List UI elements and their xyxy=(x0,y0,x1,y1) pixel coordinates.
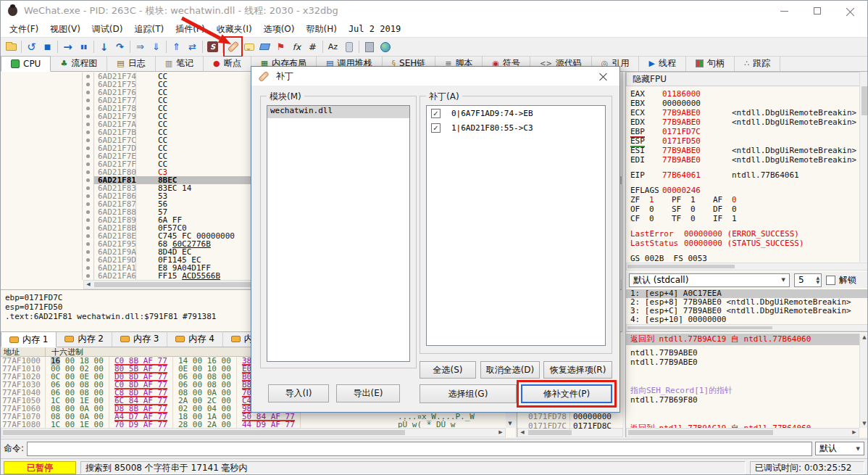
arguments-box[interactable]: 1: [esp+4] A0C17EEA2: [esp+8] 77B9ABE0 <… xyxy=(626,289,868,324)
flags-row[interactable]: CF0TF0IF1 xyxy=(630,214,860,223)
tab-3[interactable]: ▥笔记 xyxy=(156,56,204,71)
tab-13[interactable]: 句柄 xyxy=(686,56,735,71)
scroll-right-icon[interactable]: ▶ xyxy=(850,429,859,437)
scroll-right-icon[interactable]: ▶ xyxy=(496,429,505,437)
import-button[interactable]: 导入(I) xyxy=(268,384,329,402)
comments-icon[interactable] xyxy=(241,38,256,55)
stack-row[interactable]: 0171FD7800000000 xyxy=(517,413,612,421)
command-profile-select[interactable]: 默认 ▼ xyxy=(815,442,864,455)
stack-comment-line[interactable] xyxy=(626,405,859,414)
stack-comment-line[interactable]: ntdll.77B69F80 xyxy=(626,395,859,405)
breakpoint-dot-icon[interactable] xyxy=(86,194,90,198)
maximize-button[interactable] xyxy=(801,1,834,21)
register-row[interactable]: EBX00000000 xyxy=(630,99,860,108)
hide-fpu-button[interactable]: 隐藏FPU xyxy=(626,72,860,86)
breakpoint-dot-icon[interactable] xyxy=(86,226,90,230)
export-button[interactable]: 导出(E) xyxy=(336,384,400,402)
stop-icon[interactable]: ■ xyxy=(40,38,55,55)
patch-dialog-titlebar[interactable]: 补丁 xyxy=(251,67,619,86)
arguments-hscrollbar[interactable] xyxy=(626,324,868,331)
spinner-arrows-icon[interactable]: ▲▼ xyxy=(816,276,821,284)
tab-0[interactable]: CPU xyxy=(1,56,51,72)
stack-comment-line[interactable] xyxy=(626,376,859,386)
menu-item-1[interactable]: 视图(V) xyxy=(44,22,86,37)
strings-icon[interactable]: Az xyxy=(325,38,341,55)
dialog-close-button[interactable] xyxy=(594,68,613,84)
register-row[interactable]: EAX01186000 xyxy=(630,89,860,99)
functions-icon[interactable]: fx xyxy=(289,38,304,55)
restart-icon[interactable]: ↺ xyxy=(24,38,39,55)
run-to-user-code-icon[interactable]: ⇑ xyxy=(169,38,184,55)
register-row[interactable]: EIP77B64061ntdll.77B64061 xyxy=(630,170,860,180)
breakpoint-dot-icon[interactable] xyxy=(86,99,90,102)
stack-comments-vscrollbar[interactable]: ▲ ▼ xyxy=(859,334,868,428)
breakpoint-dot-icon[interactable] xyxy=(86,83,90,86)
globe-icon[interactable] xyxy=(377,38,393,55)
dump-tab-3[interactable]: 内存 3 xyxy=(112,331,167,347)
breakpoint-dot-icon[interactable] xyxy=(86,154,90,158)
select-all-button[interactable]: 全选(S) xyxy=(420,361,476,379)
hash-icon[interactable]: # xyxy=(305,38,320,55)
breakpoint-dot-icon[interactable] xyxy=(86,210,90,214)
registers-hscrollbar[interactable] xyxy=(626,263,868,270)
stack-comment-line[interactable] xyxy=(626,414,859,424)
scroll-down-icon[interactable]: ▼ xyxy=(860,420,868,428)
breakpoint-dot-icon[interactable] xyxy=(86,266,90,270)
breakpoint-dot-icon[interactable] xyxy=(86,75,90,78)
menu-item-6[interactable]: 选项(O) xyxy=(258,22,301,37)
breakpoint-dot-icon[interactable] xyxy=(86,250,90,254)
patch-entry[interactable]: ✓0|6A7F1AD9:74->EB xyxy=(427,106,605,120)
stack-comment-line[interactable]: ntdll.77B9ABE0 xyxy=(626,358,859,367)
calculator-icon[interactable] xyxy=(362,38,377,55)
tab-2[interactable]: ▤日志 xyxy=(107,56,155,71)
breakpoint-dot-icon[interactable] xyxy=(86,91,90,94)
argument-row[interactable]: 4: [esp+10] 00000000 xyxy=(626,315,868,324)
unlock-checkbox[interactable] xyxy=(826,276,835,285)
breakpoint-dot-icon[interactable] xyxy=(86,123,90,126)
patch-list[interactable]: ✓0|6A7F1AD9:74->EB✓1|6AD21F80:55->C3 xyxy=(426,105,606,346)
stack-comments-pane[interactable]: 返回到 ntdll.77B9AC19 自 ntdll.77B64060 ntdl… xyxy=(625,331,868,437)
registers-panel[interactable]: 隐藏FPU EAX01186000EBX00000000ECX77B9ABE0<… xyxy=(625,72,868,331)
patch-file-button[interactable]: 修补文件(P) xyxy=(521,384,612,403)
module-list-item[interactable]: wechatwin.dll xyxy=(267,106,409,118)
breakpoint-dot-icon[interactable] xyxy=(86,234,90,238)
breakpoint-dot-icon[interactable] xyxy=(86,146,90,150)
execute-till-return-icon[interactable]: ⇒ xyxy=(133,38,148,55)
breakpoint-dot-icon[interactable] xyxy=(86,186,90,190)
step-over-icon[interactable]: ↷ xyxy=(112,38,128,55)
status-value-row[interactable]: LastStatus00000000 (STATUS_SUCCESS) xyxy=(630,239,860,248)
run-icon[interactable]: → xyxy=(60,38,75,55)
restore-selection-button[interactable]: 恢复选择项(R) xyxy=(543,361,612,379)
module-list[interactable]: wechatwin.dll xyxy=(267,105,410,362)
patch-checkbox[interactable]: ✓ xyxy=(431,123,441,133)
menu-item-2[interactable]: 调试(D) xyxy=(86,22,129,37)
tab-4[interactable]: ●断点 xyxy=(204,56,251,71)
stack-row[interactable]: 0171FD7C0171FD8C xyxy=(517,422,612,431)
breakpoint-dot-icon[interactable] xyxy=(86,170,90,174)
return-to-line[interactable]: 返回到 ntdll.77B9AC19 自 ntdll.77B64060 xyxy=(626,334,859,345)
dump-tab-1[interactable]: 内存 1 xyxy=(1,331,57,347)
register-row[interactable]: EDX77B9ABE0<ntdll.DbgUiRemoteBreakin> xyxy=(630,117,860,127)
modules-icon[interactable] xyxy=(341,38,356,55)
stack-comment-line[interactable]: ntdll.77B9ABE0 xyxy=(626,348,859,358)
breakpoint-dot-icon[interactable] xyxy=(86,274,90,278)
register-row[interactable]: EBP0171FD7C xyxy=(630,127,860,136)
register-row[interactable]: ESP0171FD50 xyxy=(630,136,860,146)
stack-comment-line[interactable] xyxy=(626,367,859,376)
patch-checkbox[interactable]: ✓ xyxy=(431,109,441,118)
dump-tab-2[interactable]: 内存 2 xyxy=(57,331,112,347)
breakpoint-dot-icon[interactable] xyxy=(86,202,90,206)
breakpoint-dot-icon[interactable] xyxy=(86,107,90,110)
status-value-row[interactable]: LastError00000000 (ERROR_SUCCESS) xyxy=(630,229,860,239)
breakpoint-dot-icon[interactable] xyxy=(86,139,90,142)
register-row[interactable]: ESI77B9ABE0<ntdll.DbgUiRemoteBreakin> xyxy=(630,146,860,155)
minimize-button[interactable] xyxy=(767,1,801,21)
breakpoint-dot-icon[interactable] xyxy=(86,115,90,118)
open-file-icon[interactable] xyxy=(4,38,19,55)
menu-item-4[interactable]: 插件(P) xyxy=(170,22,211,37)
command-input[interactable] xyxy=(27,442,812,456)
argument-count-spinner[interactable]: 5 ▲▼ xyxy=(794,273,822,287)
select-group-button[interactable]: 选择组(G) xyxy=(420,384,517,403)
breakpoint-dot-icon[interactable] xyxy=(86,131,90,134)
dump-tab-4[interactable]: 内存 4 xyxy=(167,331,222,347)
